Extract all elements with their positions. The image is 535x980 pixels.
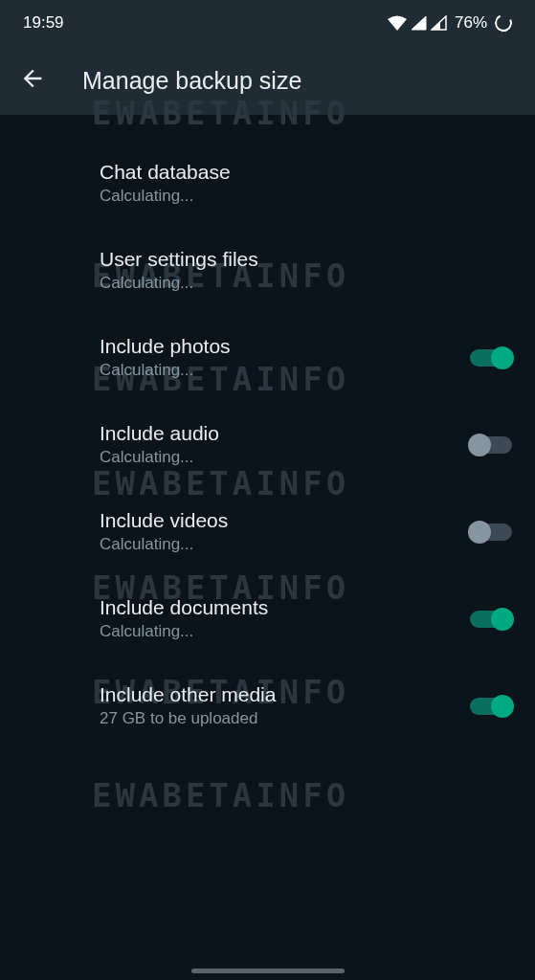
setting-subtitle: 27 GB to be uploaded xyxy=(100,709,276,728)
toggle-include-audio[interactable] xyxy=(470,436,512,454)
setting-subtitle: Calculating... xyxy=(100,622,268,641)
setting-title: Include videos xyxy=(100,509,228,532)
setting-subtitle: Calculating... xyxy=(100,187,231,206)
toggle-include-other-media[interactable] xyxy=(470,698,512,715)
status-time: 19:59 xyxy=(23,13,64,33)
app-bar: Manage backup size xyxy=(0,46,535,115)
setting-user-settings-files[interactable]: User settings files Calculating... xyxy=(0,227,535,314)
nav-pill[interactable] xyxy=(191,969,345,973)
setting-include-audio[interactable]: Include audio Calculating... xyxy=(0,401,535,488)
toggle-include-photos[interactable] xyxy=(470,349,512,367)
setting-title: Include audio xyxy=(100,422,219,445)
setting-subtitle: Calculating... xyxy=(100,535,228,554)
signal-icon-1 xyxy=(411,15,427,31)
setting-subtitle: Calculating... xyxy=(100,448,219,467)
back-icon[interactable] xyxy=(19,65,46,96)
setting-include-documents[interactable]: Include documents Calculating... xyxy=(0,575,535,662)
setting-chat-database[interactable]: Chat database Calculating... xyxy=(0,140,535,227)
watermark: EWABETAINFO xyxy=(92,776,349,814)
setting-include-photos[interactable]: Include photos Calculating... xyxy=(0,314,535,401)
setting-title: Include documents xyxy=(100,596,268,619)
status-bar: 19:59 76% xyxy=(0,0,535,46)
page-title: Manage backup size xyxy=(82,67,301,95)
setting-title: Chat database xyxy=(100,161,231,184)
setting-title: Include other media xyxy=(100,683,276,706)
setting-subtitle: Calculating... xyxy=(100,274,258,293)
status-indicators: 76% xyxy=(388,13,512,33)
setting-subtitle: Calculating... xyxy=(100,361,231,380)
settings-list: Chat database Calculating... User settin… xyxy=(0,115,535,749)
toggle-include-documents[interactable] xyxy=(470,611,512,628)
setting-title: User settings files xyxy=(100,248,258,271)
toggle-include-videos[interactable] xyxy=(470,523,512,541)
wifi-icon xyxy=(388,15,407,31)
setting-include-other-media[interactable]: Include other media 27 GB to be uploaded xyxy=(0,662,535,749)
signal-icon-2 xyxy=(431,15,447,31)
nav-bar xyxy=(0,961,535,980)
battery-percent: 76% xyxy=(455,13,487,33)
loading-icon xyxy=(492,11,514,33)
setting-include-videos[interactable]: Include videos Calculating... xyxy=(0,488,535,575)
setting-title: Include photos xyxy=(100,335,231,358)
